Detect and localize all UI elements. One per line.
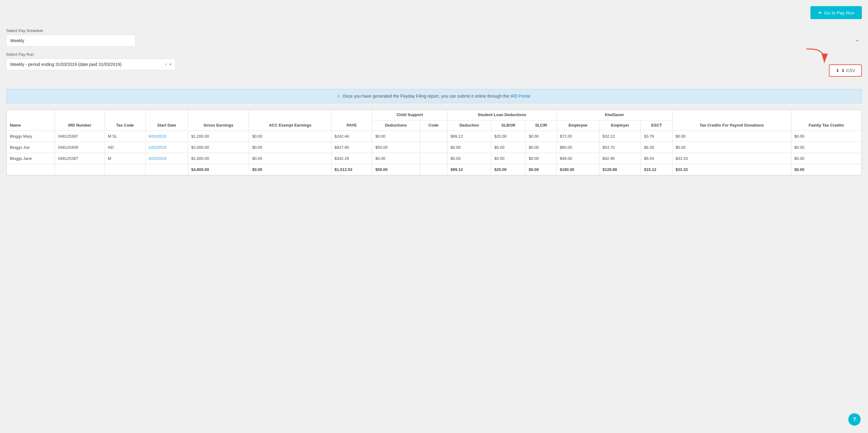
table-cell: Bloggs Joe xyxy=(7,142,55,153)
table-cell: $0.00 xyxy=(372,131,420,142)
table-cell: $0.00 xyxy=(372,153,420,164)
col-header-cs-deductions: Deductions xyxy=(372,120,420,131)
table-cell: $0.00 xyxy=(525,131,557,142)
table-cell: $0.00 xyxy=(249,131,331,142)
schedule-select[interactable]: Weekly xyxy=(6,35,135,47)
table-cell xyxy=(420,142,447,153)
table-cell: $242.44 xyxy=(331,131,372,142)
col-header-sl-deduction: Deduction xyxy=(447,120,491,131)
col-header-esct: ESCT xyxy=(641,120,672,131)
payrun-field: Select Pay Run Weekly - period ending 31… xyxy=(6,52,176,70)
table-cell: $42.96 xyxy=(599,153,641,164)
table-cell: $33.33 xyxy=(672,164,791,175)
table-cell: $33.33 xyxy=(672,153,791,164)
table-cell: 8/03/2019 xyxy=(145,131,188,142)
table-cell: $50.00 xyxy=(372,142,420,153)
col-header-kiwisaver-group: KiwiSaver xyxy=(557,110,672,120)
table-cell: $72.00 xyxy=(557,131,599,142)
table-cell: $3.78 xyxy=(641,131,672,142)
table-cell: 6/03/2019 xyxy=(145,153,188,164)
page-wrapper: ➜ Go to Pay Run Select Pay Schedule Week… xyxy=(0,0,868,433)
go-to-payrun-button[interactable]: ➜ Go to Pay Run xyxy=(810,6,862,19)
controls-section: Select Pay Schedule Weekly ▾ Select Pay … xyxy=(6,25,862,83)
col-header-name: Name xyxy=(7,110,55,131)
table-cell: Bloggs Jane xyxy=(7,153,55,164)
table-cell: $99.12 xyxy=(447,131,491,142)
table-cell: $0.00 xyxy=(525,142,557,153)
table-cell xyxy=(145,164,188,175)
schedule-label: Select Pay Schedule xyxy=(6,28,862,33)
table-cell: $32.22 xyxy=(599,131,641,142)
csv-download-icon: ⬇ xyxy=(836,68,839,73)
table-cell: $6.30 xyxy=(641,142,672,153)
table-cell: $53.70 xyxy=(599,142,641,153)
go-to-payrun-label: Go to Pay Run xyxy=(824,10,855,16)
table-cell: $2,000.00 xyxy=(188,142,249,153)
col-header-student-loan-group: Student Loan Deductions xyxy=(447,110,557,120)
table-cell: $0.00 xyxy=(525,153,557,164)
table-row: Bloggs Mary048125387M SL8/03/2019$1,200.… xyxy=(7,131,862,142)
table-cell: $0.00 xyxy=(491,153,526,164)
table-cell: $15.12 xyxy=(641,164,672,175)
schedule-select-wrapper: Weekly ▾ xyxy=(6,35,862,47)
csv-download-button[interactable]: ⬇ ⬇ CSV xyxy=(829,64,862,77)
schedule-field: Select Pay Schedule Weekly ▾ xyxy=(6,28,862,47)
col-header-gross: Gross Earnings xyxy=(188,110,249,131)
payrun-dropdown-arrow: ▾ xyxy=(169,62,172,66)
table-cell xyxy=(420,131,447,142)
col-header-slcir: SLCIR xyxy=(525,120,557,131)
table-cell: $20.00 xyxy=(491,131,526,142)
table-row: Bloggs Jane048125387M6/03/2019$1,600.00$… xyxy=(7,153,862,164)
ird-portal-link[interactable]: IRD Portal xyxy=(510,94,530,98)
col-header-tax-credits: Tax Credits For Payroll Donations xyxy=(672,110,791,131)
table-cell: $0.00 xyxy=(525,164,557,175)
table-cell: $48.00 xyxy=(557,153,599,164)
table-cell: $20.00 xyxy=(491,164,526,175)
help-icon: ? xyxy=(853,416,856,423)
payrun-clear-button[interactable]: × xyxy=(165,62,167,67)
table-cell: $0.00 xyxy=(791,153,861,164)
col-header-ks-employer: Employer xyxy=(599,120,641,131)
table-cell: $0.00 xyxy=(672,142,791,153)
col-header-acc: ACC Exempt Earnings xyxy=(249,110,331,131)
col-header-slbor: SLBOR xyxy=(491,120,526,131)
payrun-table: Name IRD Number Tax Code Start Date Gros… xyxy=(6,110,862,175)
table-cell: $0.00 xyxy=(791,164,861,175)
go-to-payrun-arrow: ➜ xyxy=(818,10,822,16)
table-cell: $927.80 xyxy=(331,142,372,153)
table-cell: $4,800.00 xyxy=(188,164,249,175)
table-cell: $1,512.53 xyxy=(331,164,372,175)
data-table-wrapper: Name IRD Number Tax Code Start Date Gros… xyxy=(6,109,862,176)
table-cell: 048125409 xyxy=(55,142,105,153)
table-cell: $1,200.00 xyxy=(188,131,249,142)
payrun-value: Weekly - period ending 31/03/2019 (date … xyxy=(10,62,165,67)
col-header-ks-employee: Employee xyxy=(557,120,599,131)
col-header-child-support-group: Child Support xyxy=(372,110,447,120)
csv-label: ⬇ CSV xyxy=(841,68,855,73)
help-button[interactable]: ? xyxy=(848,413,861,426)
col-header-family-tax: Family Tax Credits xyxy=(791,110,861,131)
info-banner: ℹ Once you have generated the Payday Fil… xyxy=(6,89,862,103)
table-cell: 048125387 xyxy=(55,131,105,142)
table-row: Bloggs Joe048125409ND1/02/2019$2,000.00$… xyxy=(7,142,862,153)
red-arrow-indicator xyxy=(803,46,828,67)
table-cell: $0.00 xyxy=(491,142,526,153)
table-cell: M SL xyxy=(105,131,145,142)
col-header-cs-code: Code xyxy=(420,120,447,131)
table-cell xyxy=(420,164,447,175)
table-cell xyxy=(55,164,105,175)
table-cell: $342.29 xyxy=(331,153,372,164)
table-cell: $0.00 xyxy=(672,131,791,142)
payrun-label: Select Pay Run xyxy=(6,52,176,57)
table-cell: $1,600.00 xyxy=(188,153,249,164)
table-cell xyxy=(7,164,55,175)
col-header-taxcode: Tax Code xyxy=(105,110,145,131)
info-banner-text-before: Once you have generated the Payday Filin… xyxy=(342,94,510,98)
top-bar: ➜ Go to Pay Run xyxy=(6,6,862,19)
payrun-select-wrapper[interactable]: Weekly - period ending 31/03/2019 (date … xyxy=(6,59,176,70)
table-cell: $0.00 xyxy=(791,142,861,153)
table-cell: 048125387 xyxy=(55,153,105,164)
col-header-paye: PAYE xyxy=(331,110,372,131)
table-cell: ND xyxy=(105,142,145,153)
table-cell: $0.00 xyxy=(791,131,861,142)
